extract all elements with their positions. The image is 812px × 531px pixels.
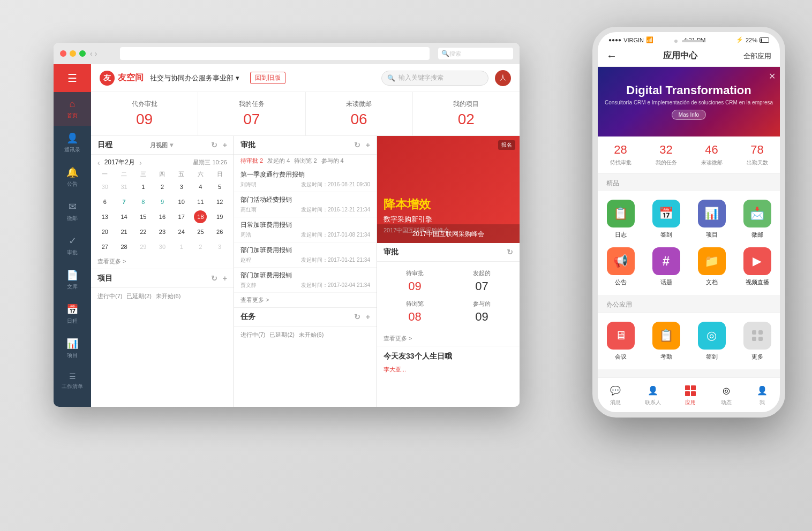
task-tab[interactable]: 未开始(6) <box>299 331 324 339</box>
cal-day[interactable]: 4 <box>194 180 207 193</box>
refresh-icon[interactable]: ↻ <box>354 313 360 321</box>
phone-nav-me[interactable]: 👤 我 <box>756 384 769 406</box>
involved-stat[interactable]: 参与的 09 <box>448 297 515 327</box>
task-tab[interactable]: 已延期(2) <box>269 331 294 339</box>
phone-stat-mail[interactable]: 46 未读微邮 <box>689 136 734 173</box>
phone-app-doc[interactable]: 📁 文档 <box>689 243 734 291</box>
approval-item[interactable]: 部门活动经费报销 高红雨 发起时间：2016-12-21 21:34 <box>234 192 377 217</box>
approval-tab-pending[interactable]: 待审批 2 <box>240 157 263 165</box>
sidebar-item-schedule[interactable]: 📅 日程 <box>54 297 91 331</box>
cal-day[interactable]: 24 <box>175 225 188 238</box>
url-bar[interactable] <box>120 47 430 60</box>
phone-nav-action[interactable]: 全部应用 <box>743 51 771 61</box>
cal-day[interactable]: 1 <box>175 240 188 253</box>
phone-app-mail[interactable]: 📩 微邮 <box>734 195 780 243</box>
phone-nav-apps[interactable]: 应用 <box>684 384 697 406</box>
phone-banner-btn[interactable]: Mas Info <box>672 110 706 120</box>
cal-day[interactable]: 11 <box>194 195 207 208</box>
approval-tab-browsing[interactable]: 待浏览 2 <box>294 157 317 165</box>
refresh-icon[interactable]: ↻ <box>507 248 513 256</box>
close-icon[interactable]: ✕ <box>769 71 776 81</box>
approval-item[interactable]: 部门加班费用报销 赵程 发起时间：2017-01-21 21:34 <box>234 242 377 268</box>
sidebar-item-notice[interactable]: 🔔 公告 <box>54 160 91 194</box>
cal-day-today[interactable]: 18 <box>194 210 207 223</box>
sidebar-item-worklist[interactable]: ☰ 工作清单 <box>54 366 91 397</box>
phone-app-meeting[interactable]: 🖥 会议 <box>598 317 643 365</box>
avatar[interactable]: 人 <box>495 70 511 86</box>
approval-item[interactable]: 第一季度通行费用报销 刘海明 发起时间：2016-08-21 09:30 <box>234 167 377 192</box>
back-to-old-btn[interactable]: 回到旧版 <box>250 72 285 84</box>
sidebar-item-approval[interactable]: ✓ 审批 <box>54 229 91 263</box>
task-tab[interactable]: 进行中(7) <box>240 331 265 339</box>
cal-day[interactable]: 12 <box>213 195 226 208</box>
search-bar[interactable]: 🔍 输入关键字搜索 <box>381 71 488 86</box>
add-icon[interactable]: + <box>366 141 370 149</box>
phone-app-topic[interactable]: # 话题 <box>643 243 689 291</box>
browsing-stat[interactable]: 待浏览 08 <box>381 297 448 327</box>
cal-day[interactable]: 30 <box>156 240 169 253</box>
sidebar-item-mail[interactable]: ✉ 微邮 <box>54 194 91 229</box>
sidebar-item-contacts[interactable]: 👤 通讯录 <box>54 126 91 160</box>
phone-stat-tasks[interactable]: 32 我的任务 <box>643 136 689 173</box>
banner-badge[interactable]: 报名 <box>498 140 515 150</box>
refresh-icon[interactable]: ↻ <box>354 141 360 149</box>
pending-stat[interactable]: 待审批 09 <box>381 266 448 297</box>
project-tab[interactable]: 未开始(6) <box>156 292 181 300</box>
cal-day[interactable]: 5 <box>213 180 226 193</box>
cal-day[interactable]: 17 <box>175 210 188 223</box>
sidebar-item-home[interactable]: ⌂ 首页 <box>54 92 91 126</box>
refresh-icon[interactable]: ↻ <box>211 274 217 283</box>
cal-day[interactable]: 16 <box>156 210 169 223</box>
approval-see-more[interactable]: 查看更多 > <box>234 293 377 307</box>
cal-day[interactable]: 6 <box>99 195 111 208</box>
phone-app-more[interactable]: 更多 <box>734 317 780 365</box>
cal-day[interactable]: 26 <box>213 225 226 238</box>
nav-header[interactable]: ☰ <box>54 64 91 92</box>
cal-day[interactable]: 20 <box>99 225 111 238</box>
approval-stats-see-more[interactable]: 查看更多 > <box>377 331 520 346</box>
cal-day[interactable]: 19 <box>213 210 226 223</box>
stat-my-projects[interactable]: 我的项目 02 <box>413 92 520 135</box>
phone-nav-messages[interactable]: 💬 消息 <box>609 384 622 406</box>
approval-item[interactable]: 日常加班费用报销 周浩 发起时间：2017-01-08 21:34 <box>234 217 377 242</box>
refresh-icon[interactable]: ↻ <box>211 141 217 149</box>
phone-stat-attendance[interactable]: 78 出勤天数 <box>734 136 780 173</box>
project-tab[interactable]: 已延期(2) <box>126 292 151 300</box>
sidebar-item-library[interactable]: 📄 文库 <box>54 263 91 297</box>
cal-day[interactable]: 13 <box>99 210 111 223</box>
phone-nav-contacts[interactable]: 👤 联系人 <box>645 384 661 406</box>
cal-day[interactable]: 31 <box>118 180 131 193</box>
started-stat[interactable]: 发起的 07 <box>448 266 515 297</box>
close-button[interactable] <box>60 50 66 57</box>
add-icon[interactable]: + <box>366 313 370 321</box>
back-btn[interactable]: ‹ <box>90 49 93 58</box>
stat-my-tasks[interactable]: 我的任务 07 <box>198 92 305 135</box>
stat-unread-mail[interactable]: 未读微邮 06 <box>306 92 413 135</box>
cal-day[interactable]: 8 <box>137 195 149 208</box>
cal-day[interactable]: 28 <box>118 240 131 253</box>
cal-day[interactable]: 7 <box>118 195 131 208</box>
phone-nav-dynamics[interactable]: ◎ 动态 <box>720 384 733 406</box>
browser-search[interactable]: 🔍 搜索 <box>438 48 513 59</box>
cal-day[interactable]: 1 <box>137 180 149 193</box>
approval-tab-started[interactable]: 发起的 4 <box>267 157 290 165</box>
phone-app-attendance[interactable]: 📋 考勤 <box>643 317 689 365</box>
cal-day[interactable]: 10 <box>175 195 188 208</box>
phone-app-diary[interactable]: 📋 日志 <box>598 195 643 243</box>
phone-app-livestream[interactable]: ▶ 视频直播 <box>734 243 780 291</box>
cal-day[interactable]: 3 <box>213 240 226 253</box>
cal-day[interactable]: 27 <box>99 240 111 253</box>
cal-day[interactable]: 14 <box>118 210 131 223</box>
cal-day[interactable]: 30 <box>99 180 111 193</box>
cal-day[interactable]: 3 <box>175 180 188 193</box>
event-banner[interactable]: 降本增效 数字采购新引擎 2017中国互联网采购峰会 报名 2017中国互联网采… <box>377 136 520 243</box>
cal-day[interactable]: 29 <box>137 240 149 253</box>
add-icon[interactable]: + <box>223 141 227 149</box>
phone-back-btn[interactable]: ← <box>606 50 617 62</box>
cal-day[interactable]: 2 <box>194 240 207 253</box>
phone-app-notice[interactable]: 📢 公告 <box>598 243 643 291</box>
dept-selector[interactable]: 社交与协同办公服务事业部 ▾ <box>150 73 239 83</box>
cal-day[interactable]: 22 <box>137 225 149 238</box>
add-icon[interactable]: + <box>223 274 227 283</box>
stat-pending-approval[interactable]: 代办审批 09 <box>91 92 198 135</box>
